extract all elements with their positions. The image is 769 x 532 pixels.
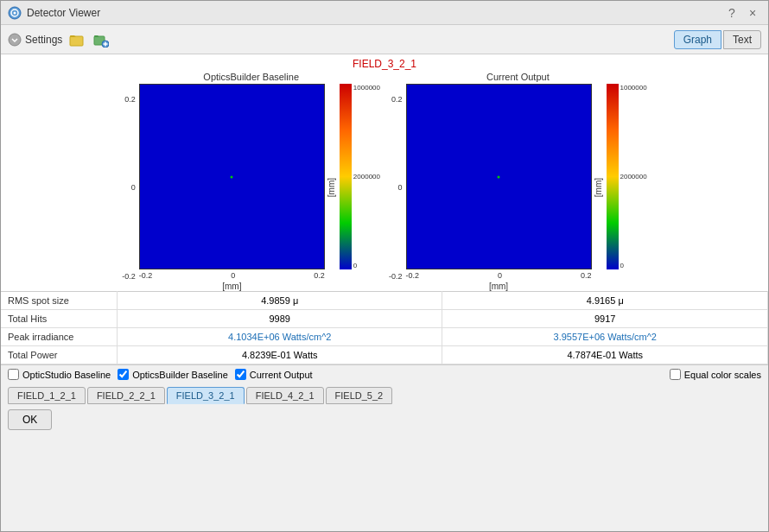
current-output-label: Current Output bbox=[250, 370, 313, 380]
stat-label: Total Power bbox=[1, 346, 117, 364]
y-tick: 0 bbox=[389, 183, 403, 192]
left-chart-area: -0.2 0 0.2 [mm] bbox=[139, 84, 325, 291]
footer-row: OK bbox=[1, 406, 768, 435]
stat-value-left: 4.8239E-01 Watts bbox=[117, 346, 442, 364]
table-row-hits: Total Hits 9989 9917 bbox=[1, 310, 768, 328]
equal-color-item: Equal color scales bbox=[670, 369, 761, 380]
table-row-peak: Peak irradiance 4.1034E+06 Watts/cm^2 3.… bbox=[1, 328, 768, 346]
folder-icon bbox=[69, 32, 85, 48]
colorbar-tick: 2000000 bbox=[620, 173, 647, 180]
y-tick: 0.2 bbox=[122, 95, 136, 104]
title-bar-controls: ? × bbox=[723, 4, 761, 22]
title-bar-left: Detector Viewer bbox=[8, 6, 100, 20]
optic-studio-checkbox-item: OpticStudio Baseline bbox=[8, 369, 111, 380]
graph-button[interactable]: Graph bbox=[674, 30, 721, 49]
left-chart-plot bbox=[139, 84, 325, 269]
right-y-axis-label: [mm] bbox=[594, 178, 603, 197]
x-tick: -0.2 bbox=[139, 271, 153, 280]
left-colorbar: 1000000 2000000 0 bbox=[340, 84, 380, 291]
left-chart-container: OpticsBuilder Baseline 0.2 0 -0.2 bbox=[122, 72, 380, 291]
charts-section: FIELD_3_2_1 OpticsBuilder Baseline 0.2 0… bbox=[1, 54, 768, 291]
stat-label: Total Hits bbox=[1, 310, 117, 328]
tab-field-4-2-1[interactable]: FIELD_4_2_1 bbox=[246, 387, 324, 404]
y-tick: -0.2 bbox=[389, 272, 403, 281]
main-content: FIELD_3_2_1 OpticsBuilder Baseline 0.2 0… bbox=[1, 54, 768, 531]
stats-table: RMS spot size 4.9859 μ 4.9165 μ Total Hi… bbox=[1, 291, 768, 364]
app-icon bbox=[8, 6, 22, 20]
toolbar-right: Graph Text bbox=[674, 30, 761, 49]
x-tick: 0 bbox=[498, 271, 502, 280]
stat-value-right: 3.9557E+06 Watts/cm^2 bbox=[442, 328, 768, 346]
help-button[interactable]: ? bbox=[723, 4, 740, 22]
stat-value-right: 4.7874E-01 Watts bbox=[442, 346, 768, 364]
current-output-checkbox[interactable] bbox=[235, 369, 246, 380]
optic-studio-checkbox[interactable] bbox=[8, 369, 19, 380]
optics-builder-checkbox[interactable] bbox=[118, 369, 129, 380]
colorbar-tick: 1000000 bbox=[353, 84, 380, 92]
equal-color-checkbox[interactable] bbox=[670, 369, 681, 380]
toolbar-left: Settings bbox=[8, 30, 111, 49]
tab-field-5-2[interactable]: FIELD_5_2 bbox=[326, 387, 393, 404]
close-button[interactable]: × bbox=[744, 4, 761, 22]
add-folder-icon bbox=[93, 32, 109, 48]
right-chart-with-colorbar: 0.2 0 -0.2 -0.2 0 bbox=[389, 84, 647, 291]
right-chart-with-yaxis: 0.2 0 -0.2 -0.2 0 bbox=[389, 84, 603, 291]
settings-button[interactable]: Settings bbox=[8, 33, 62, 47]
colorbar-tick: 0 bbox=[620, 262, 647, 269]
left-colorbar-ticks: 1000000 2000000 0 bbox=[353, 84, 380, 269]
optics-builder-label: OpticsBuilder Baseline bbox=[132, 370, 228, 380]
settings-label: Settings bbox=[25, 34, 62, 46]
stat-value-right: 4.9165 μ bbox=[442, 292, 768, 310]
add-icon-button[interactable] bbox=[92, 30, 111, 49]
table-row-rms: RMS spot size 4.9859 μ 4.9165 μ bbox=[1, 292, 768, 310]
colorbar-tick: 1000000 bbox=[620, 84, 647, 92]
table-row-power: Total Power 4.8239E-01 Watts 4.7874E-01 … bbox=[1, 346, 768, 364]
y-tick: -0.2 bbox=[122, 272, 136, 281]
stat-value-right: 9917 bbox=[442, 310, 768, 328]
main-window: Detector Viewer ? × Settings bbox=[0, 0, 769, 532]
right-x-axis-label: [mm] bbox=[406, 282, 592, 291]
window-title: Detector Viewer bbox=[27, 7, 100, 19]
left-chart-with-yaxis: 0.2 0 -0.2 -0.2 0 bbox=[122, 84, 336, 291]
svg-rect-4 bbox=[70, 36, 83, 46]
x-tick: 0.2 bbox=[314, 271, 325, 280]
tab-field-1-2-1[interactable]: FIELD_1_2_1 bbox=[8, 387, 86, 404]
x-tick: 0 bbox=[231, 271, 235, 280]
text-button[interactable]: Text bbox=[723, 30, 761, 49]
colorbar-tick: 0 bbox=[353, 262, 380, 269]
optic-studio-label: OpticStudio Baseline bbox=[22, 370, 111, 380]
ok-button[interactable]: OK bbox=[8, 409, 52, 430]
left-x-axis-label: [mm] bbox=[139, 282, 325, 291]
tab-field-2-2-1[interactable]: FIELD_2_2_1 bbox=[87, 387, 165, 404]
left-y-axis-label: [mm] bbox=[327, 178, 336, 197]
tabs-row: FIELD_1_2_1 FIELD_2_2_1 FIELD_3_2_1 FIEL… bbox=[1, 383, 768, 406]
svg-point-3 bbox=[9, 34, 21, 46]
y-tick: 0.2 bbox=[389, 95, 403, 104]
right-chart-title: Current Output bbox=[486, 72, 550, 82]
x-tick: -0.2 bbox=[406, 271, 420, 280]
right-chart-dot bbox=[498, 175, 500, 178]
right-colorbar-ticks: 1000000 2000000 0 bbox=[620, 84, 647, 269]
right-y-ticks: 0.2 0 -0.2 bbox=[389, 95, 403, 281]
stat-value-left: 9989 bbox=[117, 310, 442, 328]
stat-label: RMS spot size bbox=[1, 292, 117, 310]
svg-point-2 bbox=[14, 11, 16, 14]
x-tick: 0.2 bbox=[581, 271, 592, 280]
title-bar: Detector Viewer ? × bbox=[1, 1, 768, 25]
colorbar-tick: 2000000 bbox=[353, 173, 380, 180]
current-output-checkbox-item: Current Output bbox=[235, 369, 313, 380]
right-colorbar-gradient bbox=[607, 84, 619, 269]
right-chart-area: -0.2 0 0.2 [mm] bbox=[406, 84, 592, 291]
stat-value-left: 4.1034E+06 Watts/cm^2 bbox=[117, 328, 442, 346]
toolbar: Settings Graph Text bbox=[1, 25, 768, 54]
left-chart-with-colorbar: 0.2 0 -0.2 -0.2 0 bbox=[122, 84, 380, 291]
y-tick: 0 bbox=[122, 183, 136, 192]
folder-icon-button[interactable] bbox=[67, 30, 86, 49]
left-chart-title: OpticsBuilder Baseline bbox=[203, 72, 299, 82]
charts-row: OpticsBuilder Baseline 0.2 0 -0.2 bbox=[8, 72, 761, 291]
tab-field-3-2-1[interactable]: FIELD_3_2_1 bbox=[167, 387, 245, 404]
left-y-ticks: 0.2 0 -0.2 bbox=[122, 95, 136, 281]
right-x-ticks: -0.2 0 0.2 bbox=[406, 271, 592, 280]
right-chart-plot bbox=[406, 84, 592, 269]
optics-builder-checkbox-item: OpticsBuilder Baseline bbox=[118, 369, 228, 380]
